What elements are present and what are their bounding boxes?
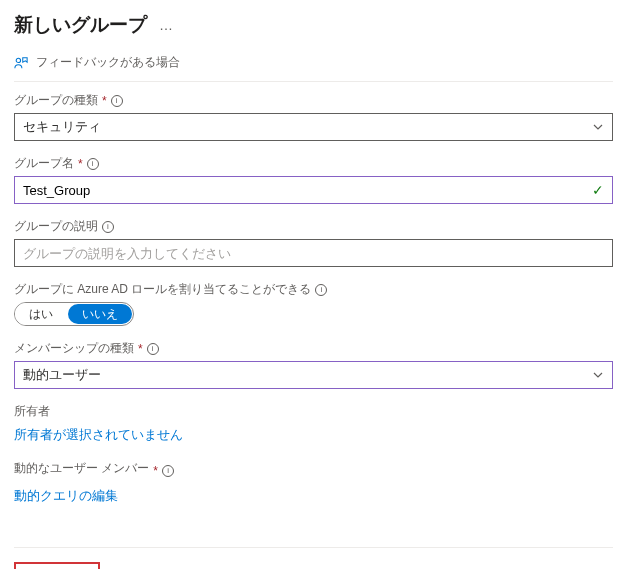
info-icon[interactable]: i <box>111 95 123 107</box>
toggle-option-no[interactable]: いいえ <box>68 304 132 324</box>
group-name-input-wrapper: ✓ <box>14 176 613 204</box>
group-type-label: グループの種類 <box>14 92 98 109</box>
svg-point-0 <box>16 58 20 62</box>
group-description-label: グループの説明 <box>14 218 98 235</box>
required-indicator: * <box>78 157 83 171</box>
info-icon[interactable]: i <box>87 158 99 170</box>
dynamic-query-link[interactable]: 動的クエリの編集 <box>14 485 118 507</box>
owners-link[interactable]: 所有者が選択されていません <box>14 424 183 446</box>
feedback-label: フィードバックがある場合 <box>36 54 180 71</box>
required-indicator: * <box>102 94 107 108</box>
chevron-down-icon <box>592 369 604 381</box>
feedback-icon <box>14 56 28 70</box>
group-name-input[interactable] <box>23 177 604 203</box>
toggle-option-yes[interactable]: はい <box>15 303 67 325</box>
info-icon[interactable]: i <box>315 284 327 296</box>
required-indicator: * <box>153 464 158 478</box>
membership-type-label: メンバーシップの種類 <box>14 340 134 357</box>
group-type-value: セキュリティ <box>23 118 101 136</box>
more-menu-icon[interactable]: … <box>159 17 175 33</box>
membership-type-value: 動的ユーザー <box>23 366 101 384</box>
checkmark-icon: ✓ <box>592 182 604 198</box>
dynamic-members-label: 動的なユーザー メンバー <box>14 460 149 477</box>
group-type-select[interactable]: セキュリティ <box>14 113 613 141</box>
feedback-link[interactable]: フィードバックがある場合 <box>14 54 613 82</box>
azure-ad-role-toggle[interactable]: はい いいえ <box>14 302 134 326</box>
azure-ad-role-label: グループに Azure AD ロールを割り当てることができる <box>14 281 311 298</box>
info-icon[interactable]: i <box>162 465 174 477</box>
page-title: 新しいグループ <box>14 12 147 38</box>
group-description-input-wrapper <box>14 239 613 267</box>
owners-label: 所有者 <box>14 403 613 420</box>
info-icon[interactable]: i <box>102 221 114 233</box>
required-indicator: * <box>138 342 143 356</box>
create-button-highlight: 作成 <box>14 562 100 569</box>
group-name-label: グループ名 <box>14 155 74 172</box>
membership-type-select[interactable]: 動的ユーザー <box>14 361 613 389</box>
chevron-down-icon <box>592 121 604 133</box>
group-description-input[interactable] <box>23 240 604 266</box>
info-icon[interactable]: i <box>147 343 159 355</box>
